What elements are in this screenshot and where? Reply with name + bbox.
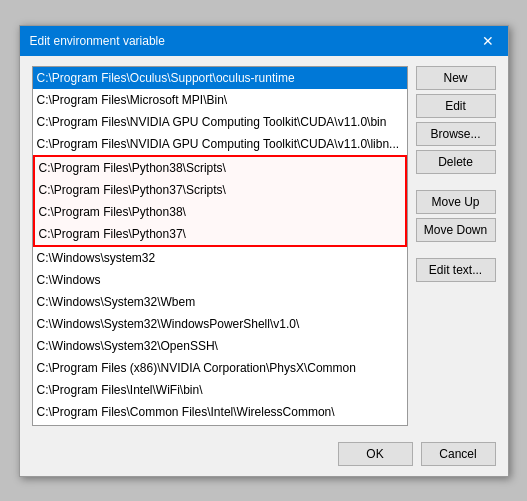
title-bar: Edit environment variable ✕: [20, 26, 508, 56]
dialog-title: Edit environment variable: [30, 34, 165, 48]
list-container: C:\Program Files\Oculus\Support\oculus-r…: [32, 66, 408, 426]
list-item[interactable]: C:\Program Files\Microsoft MPI\Bin\: [33, 89, 407, 111]
move-up-button[interactable]: Move Up: [416, 190, 496, 214]
browse-button[interactable]: Browse...: [416, 122, 496, 146]
dialog-body: C:\Program Files\Oculus\Support\oculus-r…: [20, 56, 508, 438]
list-item[interactable]: C:\Program Files\Common Files\Intel\Wire…: [33, 401, 407, 423]
delete-button[interactable]: Delete: [416, 150, 496, 174]
buttons-column: New Edit Browse... Delete Move Up Move D…: [416, 66, 496, 426]
edit-button[interactable]: Edit: [416, 94, 496, 118]
new-button[interactable]: New: [416, 66, 496, 90]
ok-button[interactable]: OK: [338, 442, 413, 466]
dialog-footer: OK Cancel: [20, 438, 508, 476]
list-item[interactable]: C:\Windows: [33, 269, 407, 291]
list-item[interactable]: C:\Program Files\Python38\Scripts\: [33, 155, 407, 179]
edit-env-variable-dialog: Edit environment variable ✕ C:\Program F…: [19, 25, 509, 477]
list-item[interactable]: C:\Program Files\NVIDIA GPU Computing To…: [33, 111, 407, 133]
list-item[interactable]: C:\Program Files\Python37\: [33, 223, 407, 247]
list-item[interactable]: C:\Program Files\Python37\Scripts\: [33, 179, 407, 201]
close-button[interactable]: ✕: [478, 31, 498, 51]
list-item[interactable]: C:\Program Files (x86)\NVIDIA Corporatio…: [33, 357, 407, 379]
list-item[interactable]: C:\Program Files (x86)\QuickTime\QTSyste…: [33, 423, 407, 426]
list-item[interactable]: C:\Program Files\Python38\: [33, 201, 407, 223]
list-item[interactable]: C:\Windows\System32\Wbem: [33, 291, 407, 313]
edit-text-button[interactable]: Edit text...: [416, 258, 496, 282]
list-item[interactable]: C:\Program Files\Oculus\Support\oculus-r…: [33, 67, 407, 89]
list-item[interactable]: C:\Windows\System32\OpenSSH\: [33, 335, 407, 357]
move-down-button[interactable]: Move Down: [416, 218, 496, 242]
list-item[interactable]: C:\Windows\system32: [33, 247, 407, 269]
list-item[interactable]: C:\Program Files\NVIDIA GPU Computing To…: [33, 133, 407, 155]
list-item[interactable]: C:\Windows\System32\WindowsPowerShell\v1…: [33, 313, 407, 335]
env-variable-listbox[interactable]: C:\Program Files\Oculus\Support\oculus-r…: [32, 66, 408, 426]
cancel-button[interactable]: Cancel: [421, 442, 496, 466]
list-item[interactable]: C:\Program Files\Intel\WiFi\bin\: [33, 379, 407, 401]
